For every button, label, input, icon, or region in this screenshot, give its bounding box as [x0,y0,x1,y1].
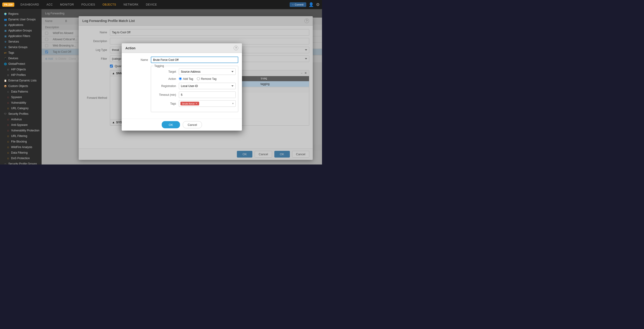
security-profile-groups-icon: □ [4,162,7,164]
sidebar-item-security-profile-groups[interactable]: □ Security Profile Groups [0,161,42,164]
url-category-icon: □ [6,107,10,110]
sidebar-item-application-groups[interactable]: ▦ Application Groups [0,28,42,33]
action-dialog-title: Action [126,46,136,50]
sidebar-item-custom-objects[interactable]: 📦 Custom Objects [0,83,42,89]
nav-right: ↑ Commit 👤 ⚙ [290,2,320,7]
sidebar-item-file-blocking[interactable]: □ File Blocking [0,139,42,144]
sidebar-item-vulnerability[interactable]: □ Vulnerability [0,100,42,106]
timeout-row: Timeout (min) [153,92,236,98]
sidebar-item-devices[interactable]: 📱 Devices [0,56,42,61]
action-dialog-body: Name Tagging Target Source Address Dest [122,53,242,118]
sidebar-item-hip-profiles[interactable]: □ HIP Profiles [0,72,42,78]
tag-brute-force: brute-force ✕ [180,102,199,105]
commit-button[interactable]: ↑ Commit [290,2,306,7]
tagging-legend: Tagging [153,64,165,67]
settings-icon[interactable]: ⚙ [316,2,320,7]
vulnerability-protection-icon: □ [6,129,10,132]
action-ok-button[interactable]: OK [162,121,180,128]
file-blocking-icon: □ [6,140,10,143]
url-filtering-icon: □ [6,134,10,138]
sidebar-item-security-profiles[interactable]: 🛡 Security Profiles [0,111,42,116]
nav-dashboard[interactable]: DASHBOARD [19,2,40,7]
hip-profiles-icon: □ [6,73,10,76]
action-type-label: Action [153,77,179,80]
sidebar-item-dynamic-user-groups[interactable]: 👥 Dynamic User Groups [0,17,42,22]
user-icon[interactable]: 👤 [308,2,314,7]
data-filtering-icon: □ [6,151,10,154]
target-label: Target [153,70,179,73]
action-dialog-footer: OK Cancel [122,118,242,130]
nav-acc[interactable]: ACC [45,2,54,7]
remove-tag-radio[interactable] [197,77,200,80]
nav-monitor[interactable]: MONITOR [59,2,76,7]
action-name-row: Name [126,56,238,63]
applications-icon: ▦ [4,23,7,26]
nav-objects[interactable]: OBJECTS [101,2,118,7]
sidebar-item-globalprotect[interactable]: 🌐 GlobalProtect [0,61,42,67]
action-type-row: Action Add Tag Remove Tag [153,77,236,80]
sidebar-item-spyware[interactable]: □ Spyware [0,94,42,100]
regions-icon: 🌍 [4,12,7,16]
tags-label: Tags [153,102,179,105]
sidebar-item-anti-spyware[interactable]: □ Anti-Spyware [0,122,42,128]
sidebar-item-url-filtering[interactable]: □ URL Filtering [0,133,42,139]
nav-items: DASHBOARD ACC MONITOR POLICIES OBJECTS N… [19,2,290,7]
nav-device[interactable]: DEVICE [144,2,158,7]
sidebar-item-dos-protection[interactable]: □ DoS Protection [0,156,42,161]
content-area: Log Forwarding Name B Description WildFi… [42,9,322,164]
tagging-section: Tagging Target Source Address Destinatio… [151,66,238,112]
registration-select[interactable]: Local User-ID Panorama LDAP [179,82,236,89]
tags-row: Tags brute-force ✕ ▼ [153,100,236,107]
service-groups-icon: ⚙ [4,46,7,49]
globalprotect-icon: 🌐 [4,62,7,66]
registration-label: Registration [153,84,179,88]
sidebar-item-vulnerability-protection[interactable]: □ Vulnerability Protection [0,128,42,133]
nav-network[interactable]: NETWORK [122,2,140,7]
main-layout: 🌍 Regions 👥 Dynamic User Groups ▦ Applic… [0,9,322,164]
tags-dropdown-icon[interactable]: ▼ [232,102,234,105]
tags-icon: 🏷 [4,51,7,54]
nav-policies[interactable]: POLICIES [80,2,96,7]
dos-protection-icon: □ [6,157,10,160]
external-dynamic-lists-icon: 📋 [4,79,7,82]
custom-objects-icon: 📦 [4,84,7,88]
wildfire-analysis-icon: □ [6,146,10,149]
tag-remove-icon[interactable]: ✕ [196,102,197,105]
sidebar-item-wildfire-analysis[interactable]: □ WildFire Analysis [0,144,42,150]
target-select[interactable]: Source Address Destination Address Sourc… [179,68,236,75]
anti-spyware-icon: □ [6,123,10,126]
action-name-label: Name [126,58,151,61]
remove-tag-option[interactable]: Remove Tag [197,77,216,80]
app-logo: PA-220 [2,2,14,7]
sidebar-item-hip-objects[interactable]: □ HIP Objects [0,67,42,72]
sidebar-item-service-groups[interactable]: ⚙ Service Groups [0,44,42,50]
sidebar-item-data-patterns[interactable]: □ Data Patterns [0,89,42,94]
sidebar-item-regions[interactable]: 🌍 Regions [0,11,42,17]
sidebar-item-data-filtering[interactable]: □ Data Filtering [0,150,42,156]
sidebar-item-applications[interactable]: ▦ Applications [0,22,42,28]
action-name-input[interactable] [151,56,238,63]
sidebar-item-services[interactable]: ⚙ Services [0,39,42,44]
devices-icon: 📱 [4,57,7,60]
timeout-label: Timeout (min) [153,93,179,96]
commit-icon: ↑ [292,3,294,6]
sidebar-item-antivirus[interactable]: □ Antivirus [0,116,42,122]
tags-container[interactable]: brute-force ✕ ▼ [179,100,236,107]
add-tag-option[interactable]: Add Tag [179,77,193,80]
antivirus-icon: □ [6,118,10,121]
security-profiles-icon: 🛡 [4,112,7,116]
top-navigation: PA-220 DASHBOARD ACC MONITOR POLICIES OB… [0,0,322,9]
radio-group: Add Tag Remove Tag [179,77,236,80]
action-cancel-button[interactable]: Cancel [183,121,202,128]
action-dialog-help[interactable]: ? [234,46,238,50]
sidebar-item-external-dynamic-lists[interactable]: 📋 External Dynamic Lists [0,78,42,83]
timeout-input[interactable] [179,92,236,98]
sidebar-item-tags[interactable]: 🏷 Tags [0,50,42,56]
sidebar: 🌍 Regions 👥 Dynamic User Groups ▦ Applic… [0,9,42,164]
data-patterns-icon: □ [6,90,10,93]
spyware-icon: □ [6,96,10,99]
dynamic-user-groups-icon: 👥 [4,18,7,21]
sidebar-item-application-filters[interactable]: ▦ Application Filters [0,33,42,39]
add-tag-radio[interactable] [179,77,182,80]
sidebar-item-url-category[interactable]: □ URL Category [0,106,42,111]
